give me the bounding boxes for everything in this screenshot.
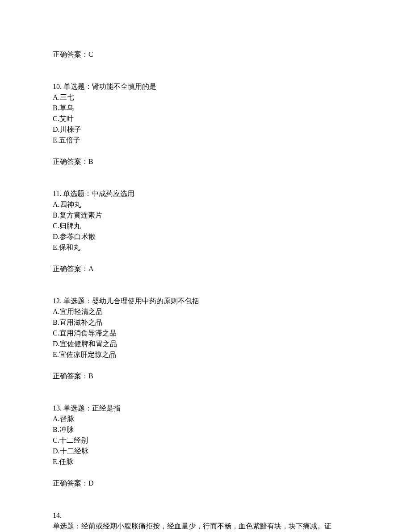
option-b: B.草乌	[53, 103, 358, 113]
option-c: C.宜用消食导滞之品	[53, 328, 358, 339]
question-10: 10. 单选题：肾功能不全慎用的是 A.三七 B.草乌 C.艾叶 D.川楝子 E…	[53, 81, 358, 167]
question-14: 14. 单选题：经前或经期小腹胀痛拒按，经血量少，行而不畅，血色紫黯有块，块下痛…	[53, 510, 358, 532]
question-number: 12.	[53, 297, 62, 305]
question-12: 12. 单选题：婴幼儿合理使用中药的原则不包括 A.宜用轻清之品 B.宜用滋补之…	[53, 296, 358, 381]
option-a: A.四神丸	[53, 199, 358, 210]
option-d: D.川楝子	[53, 124, 358, 135]
question-stem: 肾功能不全慎用的是	[92, 83, 156, 90]
question-11: 11. 单选题：中成药应选用 A.四神丸 B.复方黄连素片 C.归脾丸 D.参苓…	[53, 189, 358, 274]
question-13: 13. 单选题：正经是指 A.督脉 B.冲脉 C.十二经别 D.十二经脉 E.任…	[53, 403, 358, 489]
question-line2: 单选题：经前或经期小腹胀痛拒按，经血量少，行而不畅，血色紫黯有块，块下痛减。证	[53, 521, 358, 532]
option-e: E.五倍子	[53, 135, 358, 146]
question-stem: 正经是指	[92, 404, 121, 412]
option-a: A.督脉	[53, 414, 358, 424]
question-number: 14.	[53, 510, 358, 521]
question-type: 单选题：	[63, 83, 92, 90]
question-type: 单选题：	[63, 297, 92, 305]
previous-answer: 正确答案：C	[53, 49, 358, 60]
question-stem: 婴幼儿合理使用中药的原则不包括	[92, 297, 199, 305]
question-title: 10. 单选题：肾功能不全慎用的是	[53, 81, 358, 92]
option-a: A.三七	[53, 92, 358, 103]
option-d: D.参苓白术散	[53, 231, 358, 242]
question-number: 11.	[53, 190, 61, 197]
option-b: B.宜用滋补之品	[53, 317, 358, 328]
option-e: E.保和丸	[53, 242, 358, 253]
option-e: E.任脉	[53, 457, 358, 467]
correct-answer: 正确答案：D	[53, 478, 358, 489]
option-a: A.宜用轻清之品	[53, 306, 358, 317]
option-d: D.十二经脉	[53, 446, 358, 457]
question-stem: 经前或经期小腹胀痛拒按，经血量少，行而不畅，血色紫黯有块，块下痛减。证	[81, 522, 331, 530]
option-b: B.冲脉	[53, 424, 358, 435]
question-number: 13.	[53, 404, 62, 412]
option-e: E.宜佐凉肝定惊之品	[53, 349, 358, 360]
question-number: 10.	[53, 83, 62, 90]
option-b: B.复方黄连素片	[53, 210, 358, 221]
question-title: 11. 单选题：中成药应选用	[53, 189, 358, 199]
correct-answer: 正确答案：A	[53, 264, 358, 274]
question-title: 12. 单选题：婴幼儿合理使用中药的原则不包括	[53, 296, 358, 306]
question-type: 单选题：	[63, 404, 92, 412]
question-type: 单选题：	[53, 522, 81, 530]
option-c: C.十二经别	[53, 435, 358, 446]
question-stem: 中成药应选用	[92, 190, 134, 197]
question-title: 13. 单选题：正经是指	[53, 403, 358, 414]
option-d: D.宜佐健脾和胃之品	[53, 339, 358, 349]
option-c: C.艾叶	[53, 113, 358, 124]
correct-answer: 正确答案：B	[53, 156, 358, 167]
correct-answer: 正确答案：B	[53, 371, 358, 381]
question-type: 单选题：	[63, 190, 92, 197]
option-c: C.归脾丸	[53, 221, 358, 231]
